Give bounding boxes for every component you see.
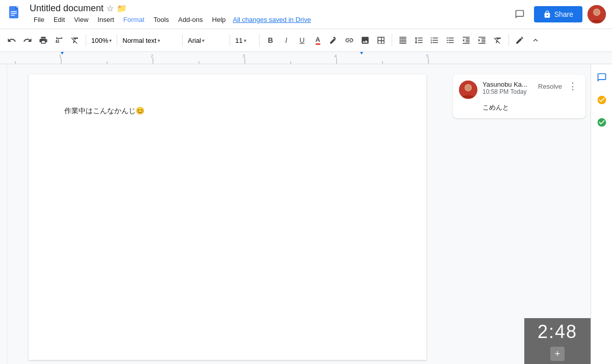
svg-rect-4 <box>11 13 17 14</box>
linespacing-button[interactable] <box>411 33 426 48</box>
redo-button[interactable] <box>20 33 35 48</box>
comment-actions: Resolve ⋮ <box>536 81 579 92</box>
more-options-button[interactable]: ⋮ <box>566 81 579 92</box>
folder-icon[interactable]: 📁 <box>117 4 127 13</box>
style-selector[interactable]: Normal text ▾ <box>120 36 179 45</box>
link-button[interactable] <box>342 33 357 48</box>
rail-check-button[interactable] <box>594 114 610 131</box>
rail-star-button[interactable] <box>594 92 610 108</box>
indent-more-button[interactable] <box>474 33 490 48</box>
title-actions: Share <box>511 5 606 23</box>
divider-2 <box>117 34 117 46</box>
star-icon[interactable]: ☆ <box>107 4 114 13</box>
zoom-selector[interactable]: 100% ▾ <box>89 36 114 45</box>
clock-plus-button[interactable]: + <box>550 347 565 361</box>
svg-text:5: 5 <box>426 54 428 59</box>
toolbar: 100% ▾ Normal text ▾ Arial ▾ 11 ▾ B I U … <box>0 29 612 52</box>
svg-point-8 <box>594 9 600 15</box>
numberedlist-button[interactable] <box>427 33 442 48</box>
menu-edit[interactable]: Edit <box>49 14 69 25</box>
clearformat-button[interactable] <box>67 33 83 48</box>
bold-button[interactable]: B <box>263 33 278 48</box>
svg-text:1: 1 <box>59 54 61 59</box>
zoom-value: 100% <box>91 37 108 44</box>
comment-meta: Yasunobu Ka... 10:58 PM Today <box>482 81 531 95</box>
chat-button[interactable] <box>511 5 529 23</box>
zoom-chevron-icon: ▾ <box>109 38 112 43</box>
menu-help[interactable]: Help <box>208 14 230 25</box>
menu-insert[interactable]: Insert <box>93 14 118 25</box>
fontcolor-button[interactable]: A <box>310 33 325 48</box>
divider-4 <box>230 34 230 46</box>
align-button[interactable] <box>395 33 411 48</box>
clock-overlay: 2:48 + <box>524 318 591 364</box>
bulletlist-button[interactable] <box>443 33 458 48</box>
menu-file[interactable]: File <box>30 14 48 25</box>
rail-calendar-button[interactable] <box>594 69 610 86</box>
share-button[interactable]: Share <box>534 6 582 22</box>
doc-container[interactable]: 作業中はこんなかんじ😊 <box>7 64 448 364</box>
doc-title[interactable]: Untitled document <box>30 3 104 14</box>
menu-tools[interactable]: Tools <box>149 14 173 25</box>
title-bar: Untitled document ☆ 📁 File Edit View Ins… <box>0 0 612 29</box>
italic-button[interactable]: I <box>278 33 294 48</box>
title-section: Untitled document ☆ 📁 File Edit View Ins… <box>30 3 505 25</box>
menu-format[interactable]: Format <box>119 14 148 25</box>
collapse-button[interactable] <box>528 33 543 48</box>
font-selector[interactable]: Arial ▾ <box>186 36 226 45</box>
main-area: 作業中はこんなかんじ😊 Yasunobu Ka... 10:58 PM Toda… <box>0 64 612 364</box>
doc-page[interactable]: 作業中はこんなかんじ😊 <box>29 74 426 360</box>
indent-less-button[interactable] <box>458 33 474 48</box>
undo-button[interactable] <box>4 33 19 48</box>
divider-7 <box>508 34 509 46</box>
paintformat-button[interactable] <box>52 33 67 48</box>
svg-rect-5 <box>11 15 15 16</box>
fontsize-selector[interactable]: 11 ▾ <box>233 36 256 45</box>
svg-text:2: 2 <box>150 54 153 59</box>
svg-rect-3 <box>11 11 17 12</box>
doc-content[interactable]: 作業中はこんなかんじ😊 <box>64 105 391 116</box>
divider-5 <box>259 34 260 46</box>
comment-header: Yasunobu Ka... 10:58 PM Today Resolve ⋮ <box>459 81 579 99</box>
saved-status[interactable]: All changes saved in Drive <box>233 16 311 23</box>
menu-addons[interactable]: Add-ons <box>174 14 207 25</box>
clearformat-button2[interactable] <box>490 33 505 48</box>
align-group <box>395 33 505 48</box>
fontsize-chevron-icon: ▾ <box>244 38 246 43</box>
comment-body: こめんと <box>459 103 579 112</box>
font-value: Arial <box>188 37 201 44</box>
comment-time: 10:58 PM Today <box>482 88 531 95</box>
print-button[interactable] <box>36 33 51 48</box>
insertdrawing-button[interactable] <box>373 33 389 48</box>
style-value: Normal text <box>122 37 156 44</box>
view-group <box>512 33 543 48</box>
resolve-button[interactable]: Resolve <box>536 82 564 91</box>
svg-point-29 <box>465 85 471 91</box>
fontsize-value: 11 <box>235 37 242 44</box>
underline-button[interactable]: U <box>294 33 310 48</box>
highlight-button[interactable] <box>326 33 341 48</box>
divider-6 <box>392 34 392 46</box>
comment-author: Yasunobu Ka... <box>482 81 531 88</box>
menu-view[interactable]: View <box>70 14 92 25</box>
comment-card: Yasunobu Ka... 10:58 PM Today Resolve ⋮ … <box>453 74 585 118</box>
svg-text:3: 3 <box>242 54 245 59</box>
editpen-button[interactable] <box>512 33 527 48</box>
right-rail <box>591 64 612 364</box>
share-label: Share <box>554 10 573 18</box>
style-chevron-icon: ▾ <box>158 38 160 43</box>
undo-redo-group <box>4 33 83 48</box>
line-numbers <box>0 64 7 364</box>
title-row: Untitled document ☆ 📁 <box>30 3 505 14</box>
font-chevron-icon: ▾ <box>202 38 205 43</box>
svg-text:4: 4 <box>334 54 337 59</box>
insertimage-button[interactable] <box>358 33 373 48</box>
clock-time: 2:48 <box>538 321 577 343</box>
comment-avatar <box>459 81 477 99</box>
docs-logo[interactable] <box>6 5 24 23</box>
user-avatar[interactable] <box>588 5 606 23</box>
divider-1 <box>86 34 86 46</box>
ruler: 1 2 3 4 5 <box>0 52 612 64</box>
svg-rect-9 <box>0 52 612 64</box>
divider-3 <box>182 34 183 46</box>
